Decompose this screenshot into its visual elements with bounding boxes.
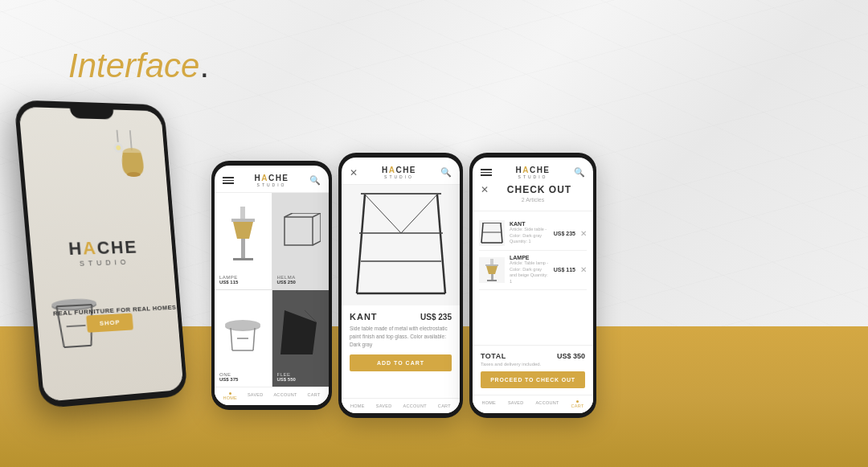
phone-2-bottom-nav: HOME SAVED ACCOUNT CART [215, 387, 329, 405]
phone-4-screen: HACHE STUDIO 🔍 ✕ CHECK OUT 2 Articles [473, 158, 593, 413]
svg-rect-39 [482, 223, 502, 223]
one-info: ONE US$ 375 [219, 369, 267, 382]
shop-button[interactable]: SHOP [86, 313, 133, 333]
nav-account-label-ph3: ACCOUNT [403, 404, 427, 408]
svg-line-32 [357, 195, 365, 293]
studio-text-big: STUDIO [79, 258, 129, 268]
checkout-subtitle: 2 Articles [481, 197, 585, 203]
total-row: TOTAL US$ 350 [481, 352, 585, 360]
svg-rect-16 [233, 258, 253, 260]
svg-rect-44 [490, 259, 493, 264]
nav-account-ph2[interactable]: ACCOUNT [273, 392, 297, 400]
kant-desc: Article: Side table - Color: Dark gray Q… [510, 227, 549, 245]
phone-2-frame: HACHE STUDIO 🔍 [211, 161, 332, 410]
product-grid: LAMPE US$ 115 [215, 193, 329, 387]
svg-line-33 [437, 195, 445, 293]
proceed-to-checkout-button[interactable]: PROCEED TO CHECK OUT [481, 371, 585, 388]
close-icon-ph4[interactable]: ✕ [481, 184, 489, 195]
one-img [219, 295, 267, 369]
nav-home-ph4[interactable]: HOME [481, 400, 496, 408]
svg-line-41 [501, 223, 502, 243]
lampe-remove-icon[interactable]: ✕ [580, 265, 587, 274]
add-to-cart-button[interactable]: ADD TO CART [350, 354, 452, 371]
product-detail-price: US$ 235 [420, 313, 452, 322]
brand-name-ph3: HACHE [382, 166, 416, 174]
helma-img [277, 198, 325, 272]
svg-line-38 [401, 195, 437, 233]
kant-name: KANT [510, 221, 549, 227]
nav-home-label-ph3: HOME [350, 404, 365, 408]
phone-1-logo: HACHE STUDIO [68, 239, 139, 268]
svg-rect-46 [491, 274, 493, 281]
studio-ph3: STUDIO [384, 174, 414, 179]
nav-cart-ph4[interactable]: CART [571, 400, 583, 408]
search-icon-ph3[interactable]: 🔍 [440, 167, 452, 178]
helma-price: US$ 250 [277, 280, 325, 285]
flee-info: FLEE US$ 550 [277, 369, 325, 382]
nav-cart-ph3[interactable]: CART [438, 404, 451, 408]
svg-rect-47 [487, 280, 497, 281]
nav-cart-label-ph3: CART [438, 404, 451, 408]
cart-item-lampe: LAMPE Article: Table lamp - Color: Dark … [479, 251, 587, 290]
nav-home-label-ph2: HOME [223, 395, 237, 400]
product-cell-lampe[interactable]: LAMPE US$ 115 [215, 193, 272, 289]
svg-rect-14 [231, 219, 255, 222]
close-icon-ph3[interactable]: ✕ [350, 167, 358, 178]
product-cell-one[interactable]: ONE US$ 375 [215, 290, 272, 387]
svg-rect-15 [241, 239, 245, 259]
nav-saved-ph4[interactable]: SAVED [508, 400, 524, 408]
phone-1-notch [69, 104, 114, 120]
nav-home-ph2[interactable]: HOME [223, 392, 237, 400]
phone-3-bottom-nav: HOME SAVED ACCOUNT CART [342, 398, 460, 413]
nav-cart-label-ph2: CART [307, 392, 320, 397]
hache-logo-big: HACHE STUDIO [68, 239, 139, 268]
kant-remove-icon[interactable]: ✕ [580, 229, 587, 238]
nav-home-label-ph4: HOME [481, 400, 496, 405]
product-detail-desc: Side table made of metal with electrosta… [350, 325, 452, 348]
svg-line-10 [64, 346, 92, 347]
nav-cart-ph2[interactable]: CART [307, 392, 320, 400]
nav-cart-label-ph4: CART [571, 404, 583, 408]
studio-ph4: STUDIO [518, 174, 548, 179]
brand-a-letter: A [82, 238, 98, 259]
total-amount: US$ 350 [557, 352, 585, 360]
nav-account-label-ph4: ACCOUNT [535, 400, 559, 405]
lampe-cart-price: US$ 115 [554, 267, 575, 272]
phone-2-screen: HACHE STUDIO 🔍 [215, 166, 329, 405]
title-dot: . [199, 47, 209, 84]
helma-info: HELMA US$ 250 [277, 272, 325, 285]
phone-1-screen: HACHE STUDIO REAL FURNITURE FOR REAL HOM… [18, 107, 183, 402]
nav-account-label-ph2: ACCOUNT [273, 392, 297, 397]
svg-rect-13 [240, 207, 245, 219]
phone-1-content: HACHE STUDIO REAL FURNITURE FOR REAL HOM… [18, 107, 183, 402]
svg-rect-17 [285, 217, 313, 245]
hamburger-icon-ph4[interactable] [481, 169, 492, 176]
lampe-thumb [479, 257, 505, 283]
phone-3-frame: ✕ HACHE STUDIO 🔍 [338, 153, 463, 418]
product-cell-helma[interactable]: HELMA US$ 250 [272, 193, 330, 289]
phone-3-screen: ✕ HACHE STUDIO 🔍 [342, 158, 460, 413]
nav-saved-label-ph3: SAVED [376, 404, 392, 408]
nav-saved-ph3[interactable]: SAVED [376, 404, 392, 408]
svg-line-40 [481, 223, 483, 243]
kant-details: KANT Article: Side table - Color: Dark g… [510, 221, 549, 245]
phone-2-header: HACHE STUDIO 🔍 [215, 166, 329, 193]
hamburger-icon[interactable] [223, 177, 234, 184]
nav-home-ph3[interactable]: HOME [350, 404, 365, 408]
product-cell-flee[interactable]: FLEE US$ 550 [272, 290, 330, 387]
nav-saved-label-ph4: SAVED [508, 400, 524, 405]
nav-account-ph4[interactable]: ACCOUNT [535, 400, 559, 408]
nav-saved-label-ph2: SAVED [248, 392, 264, 397]
phone-2-logo: HACHE STUDIO [254, 174, 289, 187]
pendant-lamp [109, 130, 158, 207]
phone-3-logo: HACHE STUDIO [382, 166, 416, 179]
nav-saved-ph2[interactable]: SAVED [248, 392, 264, 400]
phone-4-bottom-nav: HOME SAVED ACCOUNT CART [473, 395, 593, 413]
svg-line-12 [67, 326, 86, 326]
nav-account-ph3[interactable]: ACCOUNT [403, 404, 427, 408]
svg-line-26 [253, 328, 255, 350]
phone-1-frame: HACHE STUDIO REAL FURNITURE FOR REAL HOM… [14, 100, 188, 408]
search-icon-ph4[interactable]: 🔍 [574, 167, 585, 178]
lampe-cart-name: LAMPE [510, 255, 549, 260]
search-icon-ph2[interactable]: 🔍 [309, 175, 321, 186]
